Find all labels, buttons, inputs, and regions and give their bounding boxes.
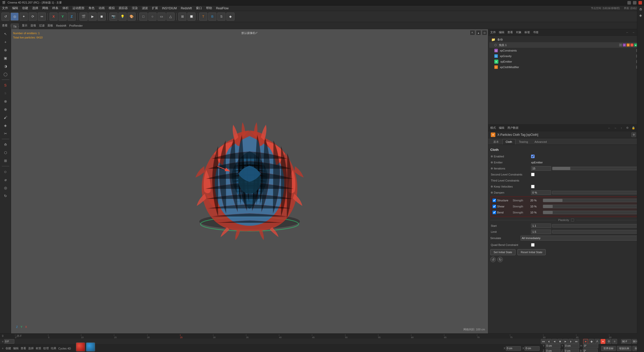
scene-back-btn[interactable]: ← bbox=[625, 30, 630, 35]
menu-edit[interactable]: 编辑 bbox=[12, 6, 18, 10]
sidebar-plus[interactable]: + bbox=[1, 38, 10, 46]
sec-filter[interactable]: 过滤 bbox=[39, 24, 45, 27]
sidebar-mode3[interactable]: ◯ bbox=[1, 70, 10, 78]
menu-create[interactable]: 创建 bbox=[22, 6, 28, 10]
sidebar-extrude[interactable]: ⟰ bbox=[1, 141, 10, 148]
immunity-tag3[interactable]: ! bbox=[630, 43, 633, 47]
toolbar-camera-btn[interactable]: 📷 bbox=[109, 13, 117, 21]
sidebar-sym2[interactable]: S bbox=[1, 90, 10, 97]
tl-first-frame[interactable]: ⏮ bbox=[541, 339, 546, 344]
tab-tearing[interactable]: Tearing bbox=[516, 139, 531, 145]
reset-initial-state-button[interactable]: Reset Initial State bbox=[517, 249, 546, 255]
sec-prorender[interactable]: ProRender bbox=[69, 24, 83, 27]
toolbar-play-btn[interactable]: ▶ bbox=[89, 13, 97, 21]
viewport-canvas[interactable]: Number of emitters: 1 Total live particl… bbox=[11, 29, 488, 333]
scene-menu-objects[interactable]: 对象 bbox=[516, 30, 521, 34]
structure-bar-container[interactable] bbox=[543, 199, 640, 202]
sec-options[interactable]: 选项 bbox=[30, 24, 36, 27]
status-view[interactable]: 查看 bbox=[21, 346, 26, 350]
immunity-check1[interactable]: ✓ bbox=[619, 43, 622, 47]
menu-mograph[interactable]: 运动图形 bbox=[72, 6, 85, 10]
bend-bar-container[interactable] bbox=[543, 211, 640, 214]
limit-input[interactable] bbox=[531, 230, 551, 234]
dampen-input[interactable] bbox=[531, 190, 551, 195]
circ-btn-rewind[interactable]: ↺ bbox=[490, 257, 496, 262]
viewport-btn-camera[interactable]: ▲ bbox=[476, 30, 481, 35]
x2-left-input[interactable] bbox=[525, 346, 540, 351]
menu-redshift[interactable]: Redshift bbox=[181, 7, 192, 10]
second-level-checkbox[interactable] bbox=[531, 173, 535, 176]
menu-realflow[interactable]: RealFlow bbox=[216, 7, 229, 10]
toolbar-boole-btn[interactable]: B bbox=[208, 13, 216, 21]
tl-play[interactable]: ► bbox=[563, 339, 568, 344]
menu-select[interactable]: 选择 bbox=[32, 6, 38, 10]
end-frame-start-input[interactable] bbox=[621, 339, 631, 344]
status-create[interactable]: 创建 bbox=[6, 346, 11, 350]
menu-window[interactable]: 窗口 bbox=[196, 6, 202, 10]
close-button[interactable] bbox=[638, 1, 642, 5]
scale-btn[interactable]: 缩放比例 bbox=[617, 346, 631, 351]
sec-view[interactable]: 查看 bbox=[2, 24, 8, 27]
tab-advanced[interactable]: Advanced bbox=[532, 139, 550, 145]
quad-bend-checkbox[interactable] bbox=[531, 243, 535, 247]
x-left-input[interactable] bbox=[506, 346, 521, 351]
menu-insydium[interactable]: INSYDIUM bbox=[162, 7, 177, 10]
sidebar-pointer[interactable]: ↖ bbox=[1, 30, 10, 38]
h-input[interactable] bbox=[583, 344, 598, 348]
tl-record[interactable]: ● bbox=[583, 339, 588, 344]
z2-input[interactable] bbox=[564, 349, 579, 352]
limit-slider[interactable] bbox=[552, 230, 641, 234]
sidebar-mode1[interactable]: ▣ bbox=[1, 54, 10, 62]
world-coord-btn[interactable]: 世界坐标 bbox=[601, 346, 616, 351]
shear-bar-container[interactable] bbox=[543, 205, 640, 208]
scene-menu-tags[interactable]: 标签 bbox=[525, 30, 530, 34]
menu-simulate[interactable]: 模拟 bbox=[109, 6, 115, 10]
viewport-tab[interactable]: TIt bbox=[11, 24, 19, 29]
scene-menu-bookmarks[interactable]: 书签 bbox=[533, 30, 539, 34]
keep-velocities-checkbox[interactable] bbox=[531, 185, 535, 188]
current-frame-input[interactable] bbox=[4, 339, 14, 344]
menu-animate[interactable]: 动画 bbox=[99, 6, 105, 10]
scene-menu-file[interactable]: 文件 bbox=[490, 30, 496, 34]
bend-checkbox[interactable] bbox=[493, 211, 496, 214]
status-select[interactable]: 选择 bbox=[28, 346, 34, 350]
props-menu-userdata[interactable]: 用户数据 bbox=[507, 126, 518, 130]
start-slider[interactable] bbox=[552, 224, 641, 228]
toolbar-light-btn[interactable]: 💡 bbox=[118, 13, 127, 21]
iterations-input[interactable] bbox=[531, 166, 551, 171]
status-result[interactable]: 结果 bbox=[51, 346, 56, 350]
scene-menu-view[interactable]: 查看 bbox=[507, 30, 513, 34]
toolbar-move-btn[interactable]: ✦ bbox=[20, 13, 28, 21]
props-lock-btn[interactable]: 🔒 bbox=[631, 126, 636, 130]
sidebar-knife[interactable]: ✂ bbox=[1, 130, 10, 137]
scene-item-immunity[interactable]: ⬡ 免疫.1 ✓ C X ! bbox=[489, 42, 643, 48]
simulate-dropdown[interactable]: All Immediately ▾ bbox=[520, 236, 642, 241]
tab-cloth[interactable]: Cloth bbox=[502, 139, 515, 145]
viewport-btn-maximize[interactable]: ⊡ bbox=[482, 30, 487, 35]
sidebar-op2[interactable]: ⊕ bbox=[1, 106, 10, 113]
scene-item-emitter[interactable]: E xpEmitter • bbox=[492, 59, 643, 64]
toolbar-spline2-btn[interactable]: S bbox=[217, 13, 225, 21]
immunity-tag2[interactable]: X bbox=[627, 43, 630, 47]
start-input[interactable] bbox=[531, 224, 551, 228]
toolbar-xyz-x[interactable]: X bbox=[50, 13, 58, 21]
sidebar-op1[interactable]: ⊗ bbox=[1, 98, 10, 105]
tl-stop[interactable]: ■ bbox=[557, 339, 562, 344]
toolbar-cone-btn[interactable]: △ bbox=[167, 13, 175, 21]
set-initial-state-button[interactable]: Set Initial State bbox=[490, 249, 515, 255]
toolbar-plane-btn[interactable]: ▭ bbox=[157, 13, 166, 21]
props-menu-mode[interactable]: 模式 bbox=[490, 126, 496, 130]
scene-item-gravity[interactable]: G xpGravity • bbox=[492, 53, 643, 59]
toolbar-cube-btn[interactable]: □ bbox=[139, 13, 147, 21]
tl-prev-frame[interactable]: ⏴ bbox=[546, 339, 551, 344]
right-col-btn2[interactable]: ◈ bbox=[638, 13, 643, 18]
tl-settings[interactable]: ⚙ bbox=[606, 339, 611, 344]
cloth-tag-btn1[interactable]: ⚙ bbox=[631, 133, 636, 137]
sidebar-mode2[interactable]: ◑ bbox=[1, 62, 10, 70]
tl-autokey[interactable]: A bbox=[595, 339, 600, 344]
toolbar-tag-btn[interactable]: T bbox=[199, 13, 207, 21]
immunity-tag1[interactable]: C bbox=[623, 43, 626, 47]
sidebar-transform[interactable]: ⊕ bbox=[1, 46, 10, 54]
sec-panel[interactable]: 面板 bbox=[48, 24, 53, 27]
mat-2-preview[interactable] bbox=[86, 342, 95, 351]
